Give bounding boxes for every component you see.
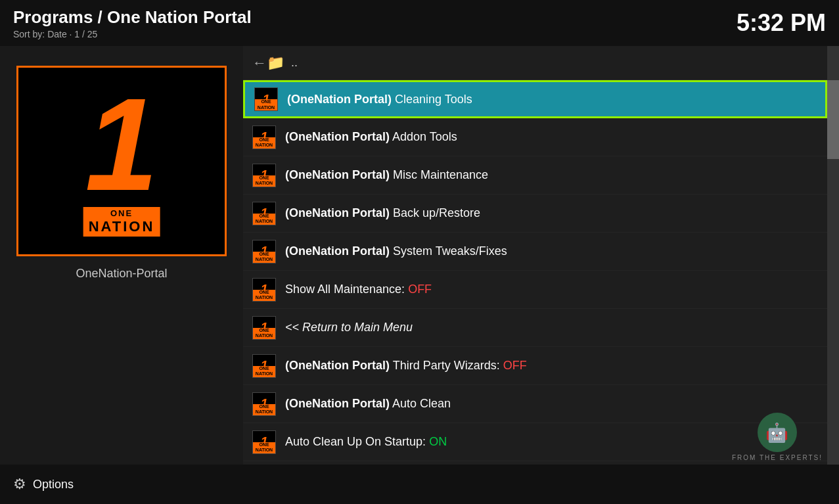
item-icon: 1ONENATION bbox=[254, 87, 278, 111]
item-label: (OneNation Portal) Addon Tools bbox=[285, 130, 818, 144]
logo-nation-text: NATION bbox=[89, 218, 155, 235]
list-item[interactable]: 1ONENATION(OneNation Portal) Cleaning To… bbox=[243, 80, 827, 118]
options-button[interactable]: Options bbox=[33, 478, 74, 492]
watermark-text: FROM THE EXPERTS! bbox=[732, 454, 823, 461]
header-left: Programs / One Nation Portal Sort by: Da… bbox=[13, 7, 252, 39]
item-icon: 1ONENATION bbox=[252, 164, 276, 187]
logo-container: 1 ONE NATION bbox=[16, 66, 227, 256]
item-icon: 1ONENATION bbox=[252, 240, 276, 263]
watermark: 🤖 FROM THE EXPERTS! bbox=[732, 413, 823, 461]
clock: 5:32 PM bbox=[737, 9, 826, 37]
item-icon: 1ONENATION bbox=[252, 202, 276, 225]
item-label: << Return to Main Menu bbox=[285, 321, 818, 334]
list-item[interactable]: 1ONENATION(OneNation Portal) Back up/Res… bbox=[243, 195, 827, 233]
page-title: Programs / One Nation Portal bbox=[13, 7, 252, 28]
logo-label: OneNation-Portal bbox=[76, 267, 167, 281]
item-icon: 1ONENATION bbox=[252, 316, 276, 340]
watermark-icon: 🤖 bbox=[758, 413, 797, 452]
back-icon: ←📁 bbox=[252, 55, 284, 72]
item-label: (OneNation Portal) System Tweaks/Fixes bbox=[285, 244, 818, 258]
item-label: (OneNation Portal) Cleaning Tools bbox=[287, 93, 816, 106]
logo: 1 ONE NATION bbox=[56, 79, 187, 243]
list-item[interactable]: 1ONENATION<< Return to Main Menu bbox=[243, 309, 827, 347]
item-icon: 1ONENATION bbox=[252, 392, 276, 416]
list-item[interactable]: 1ONENATION(OneNation Portal) Addon Tools bbox=[243, 118, 827, 156]
bottom-bar: ⚙ Options bbox=[0, 465, 839, 504]
item-icon: 1ONENATION bbox=[252, 126, 276, 149]
logo-text-block: ONE NATION bbox=[83, 207, 160, 237]
back-label: .. bbox=[291, 56, 298, 70]
item-label: Show All Maintenance: OFF bbox=[285, 283, 818, 296]
header: Programs / One Nation Portal Sort by: Da… bbox=[0, 0, 839, 46]
list-item[interactable]: 1ONENATION(OneNation Portal) System Twea… bbox=[243, 233, 827, 271]
list-item[interactable]: 1ONENATION(OneNation Portal) Third Party… bbox=[243, 347, 827, 385]
options-icon: ⚙ bbox=[13, 476, 26, 493]
item-label: (OneNation Portal) Back up/Restore bbox=[285, 206, 818, 220]
back-item[interactable]: ←📁 .. bbox=[243, 46, 827, 80]
item-icon: 1ONENATION bbox=[252, 278, 276, 302]
item-label: (OneNation Portal) Misc Maintenance bbox=[285, 168, 818, 182]
list-container: 1ONENATION(OneNation Portal) Cleaning To… bbox=[243, 80, 827, 465]
logo-number: 1 bbox=[85, 79, 158, 210]
left-panel: 1 ONE NATION OneNation-Portal bbox=[0, 46, 243, 465]
logo-one-text: ONE bbox=[110, 208, 133, 218]
scrollbar[interactable] bbox=[827, 46, 839, 465]
list-item[interactable]: 1ONENATION(OneNation Portal) Misc Mainte… bbox=[243, 156, 827, 195]
sort-info: Sort by: Date · 1 / 25 bbox=[13, 29, 252, 39]
item-icon: 1ONENATION bbox=[252, 430, 276, 454]
item-icon: 1ONENATION bbox=[252, 354, 276, 378]
content-list: ←📁 .. 1ONENATION(OneNation Portal) Clean… bbox=[243, 46, 827, 465]
scrollbar-thumb[interactable] bbox=[827, 80, 839, 159]
list-item[interactable]: 1ONENATIONShow All Maintenance: OFF bbox=[243, 271, 827, 309]
item-label: (OneNation Portal) Auto Clean bbox=[285, 397, 818, 411]
item-label: (OneNation Portal) Third Party Wizards: … bbox=[285, 359, 818, 373]
